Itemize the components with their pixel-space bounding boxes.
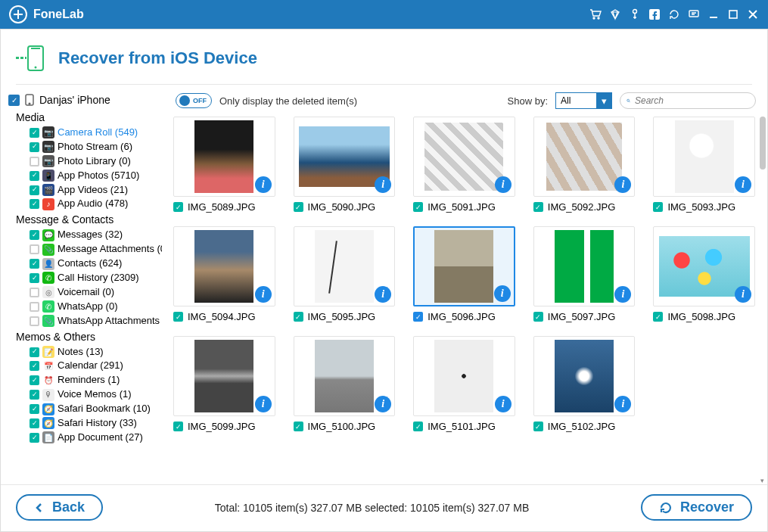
thumbnail-checkbox[interactable]: ✓: [413, 202, 423, 212]
key-icon[interactable]: [629, 8, 641, 20]
scroll-thumb[interactable]: [760, 117, 766, 170]
thumbnail-cell[interactable]: i✓IMG_5090.JPG: [294, 117, 396, 213]
checkbox[interactable]: ✓: [30, 361, 39, 371]
checkbox[interactable]: [30, 316, 39, 326]
thumbnail-cell[interactable]: i✓IMG_5100.JPG: [294, 336, 396, 432]
info-icon[interactable]: i: [375, 396, 391, 412]
thumbnail-cell[interactable]: i✓IMG_5089.JPG: [173, 117, 275, 213]
thumbnail-checkbox[interactable]: ✓: [533, 312, 543, 322]
sidebar-item[interactable]: ✓👤Contacts (624): [8, 257, 157, 271]
checkbox[interactable]: ✓: [30, 390, 39, 400]
thumbnail-box[interactable]: i: [533, 226, 636, 306]
thumbnail-checkbox[interactable]: ✓: [173, 202, 183, 212]
checkbox[interactable]: ✓: [30, 128, 39, 138]
thumbnail-checkbox[interactable]: ✓: [173, 312, 183, 322]
back-button[interactable]: Back: [16, 494, 103, 521]
info-icon[interactable]: i: [735, 176, 751, 193]
thumbnail-cell[interactable]: i✓IMG_5091.JPG: [413, 117, 515, 213]
thumbnail-box[interactable]: i: [173, 226, 275, 306]
close-button[interactable]: [747, 8, 759, 20]
info-icon[interactable]: i: [255, 396, 272, 412]
checkbox[interactable]: ✓: [30, 171, 39, 181]
sidebar-item[interactable]: ✓📄App Document (27): [8, 431, 157, 445]
maximize-button[interactable]: [727, 8, 739, 20]
thumbnail-box[interactable]: i: [413, 117, 515, 197]
sidebar-item[interactable]: ✓🧭Safari History (33): [8, 416, 157, 431]
checkbox[interactable]: ✓: [30, 273, 39, 283]
diamond-icon[interactable]: [609, 8, 621, 20]
info-icon[interactable]: i: [255, 176, 272, 193]
sidebar-item[interactable]: ✆WhatsApp (0): [8, 300, 157, 314]
thumbnail-box[interactable]: i: [173, 336, 275, 416]
thumbnail-checkbox[interactable]: ✓: [413, 422, 423, 431]
thumbnail-box[interactable]: i: [653, 117, 755, 197]
thumbnail-box[interactable]: i: [413, 336, 515, 416]
checkbox[interactable]: ✓: [30, 230, 39, 240]
info-icon[interactable]: i: [614, 286, 631, 303]
thumbnail-box[interactable]: i: [294, 336, 396, 416]
thumbnail-cell[interactable]: i✓IMG_5096.JPG: [413, 226, 515, 322]
sidebar-item[interactable]: ✓📝Notes (13): [8, 345, 157, 359]
scrollbar[interactable]: ▾: [758, 117, 766, 484]
thumbnail-cell[interactable]: i✓IMG_5094.JPG: [173, 226, 275, 322]
sidebar-item[interactable]: 📷Photo Library (0): [8, 154, 157, 169]
checkbox[interactable]: [30, 244, 39, 254]
info-icon[interactable]: i: [494, 285, 511, 302]
sidebar-item[interactable]: ◎Voicemail (0): [8, 285, 157, 300]
checkbox[interactable]: [30, 157, 39, 166]
checkbox[interactable]: [30, 288, 39, 297]
show-by-select[interactable]: All ▾: [555, 92, 612, 109]
sidebar-item[interactable]: ✓📷Photo Stream (6): [8, 140, 157, 154]
device-row[interactable]: ✓ Danjas' iPhone: [8, 91, 157, 109]
thumbnail-checkbox[interactable]: ✓: [533, 202, 543, 212]
recover-button[interactable]: Recover: [641, 494, 752, 521]
sidebar-item[interactable]: ✓📅Calendar (291): [8, 359, 157, 373]
info-icon[interactable]: i: [375, 286, 391, 303]
thumbnail-checkbox[interactable]: ✓: [653, 312, 663, 322]
sidebar-item[interactable]: 📎WhatsApp Attachments (0): [8, 314, 157, 328]
info-icon[interactable]: i: [614, 176, 631, 193]
cart-icon[interactable]: [589, 8, 602, 20]
thumbnail-cell[interactable]: i✓IMG_5101.JPG: [413, 336, 515, 432]
thumbnail-checkbox[interactable]: ✓: [413, 312, 423, 322]
sidebar-item[interactable]: ✓⏰Reminders (1): [8, 373, 157, 387]
thumbnail-cell[interactable]: i✓IMG_5099.JPG: [173, 336, 275, 432]
thumbnail-box[interactable]: i: [533, 336, 636, 416]
scroll-down-icon[interactable]: ▾: [758, 477, 766, 484]
sidebar-item[interactable]: ✓♪App Audio (478): [8, 197, 157, 211]
checkbox[interactable]: ✓: [30, 347, 39, 357]
checkbox[interactable]: ✓: [30, 375, 39, 385]
thumbnail-box[interactable]: i: [653, 226, 755, 306]
thumbnail-box[interactable]: i: [533, 117, 636, 197]
info-icon[interactable]: i: [375, 176, 391, 193]
thumbnail-cell[interactable]: i✓IMG_5097.JPG: [533, 226, 636, 322]
sidebar-item[interactable]: 📎Message Attachments (0): [8, 242, 157, 257]
thumbnail-checkbox[interactable]: ✓: [173, 422, 183, 431]
search-input[interactable]: [635, 95, 749, 106]
checkbox[interactable]: ✓: [30, 433, 39, 443]
feedback-icon[interactable]: [688, 8, 700, 20]
info-icon[interactable]: i: [495, 396, 511, 412]
info-icon[interactable]: i: [255, 286, 272, 303]
facebook-icon[interactable]: [648, 8, 661, 20]
sidebar-item[interactable]: ✓📱App Photos (5710): [8, 169, 157, 183]
sidebar-item[interactable]: ✓📷Camera Roll (549): [8, 126, 157, 140]
thumbnail-cell[interactable]: i✓IMG_5102.JPG: [533, 336, 636, 432]
thumbnail-box[interactable]: i: [173, 117, 275, 197]
checkbox[interactable]: [30, 302, 39, 312]
info-icon[interactable]: i: [495, 176, 511, 193]
sidebar-item[interactable]: ✓✆Call History (2309): [8, 271, 157, 285]
checkbox[interactable]: ✓: [30, 142, 39, 152]
thumbnail-checkbox[interactable]: ✓: [533, 422, 543, 431]
search-box[interactable]: [620, 92, 756, 109]
thumbnail-checkbox[interactable]: ✓: [294, 422, 303, 431]
thumbnail-cell[interactable]: i✓IMG_5093.JPG: [653, 117, 755, 213]
sidebar-item[interactable]: ✓🎙Voice Memos (1): [8, 387, 157, 402]
checkbox[interactable]: ✓: [30, 199, 39, 209]
thumbnail-box[interactable]: i: [294, 226, 396, 306]
info-icon[interactable]: i: [735, 286, 751, 303]
refresh-icon[interactable]: [668, 8, 680, 20]
checkbox[interactable]: ✓: [30, 404, 39, 414]
info-icon[interactable]: i: [614, 396, 631, 412]
sidebar-item[interactable]: ✓🧭Safari Bookmark (10): [8, 402, 157, 416]
